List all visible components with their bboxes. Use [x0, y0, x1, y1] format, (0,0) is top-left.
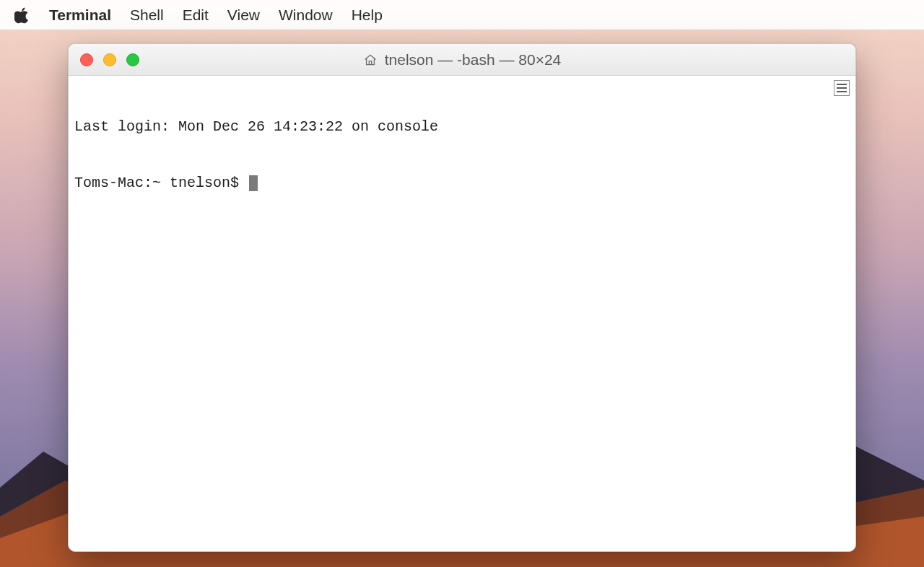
last-login-line: Last login: Mon Dec 26 14:23:22 on conso… [74, 118, 850, 136]
scrollbar-menu-icon[interactable] [834, 80, 850, 96]
text-cursor [249, 175, 258, 191]
close-button[interactable] [80, 53, 93, 66]
zoom-button[interactable] [126, 53, 139, 66]
window-title: tnelson — -bash — 80×24 [385, 51, 562, 69]
shell-prompt: Toms-Mac:~ tnelson$ [74, 174, 248, 193]
window-title-group: tnelson — -bash — 80×24 [69, 51, 855, 69]
traffic-lights [69, 53, 139, 66]
window-titlebar[interactable]: tnelson — -bash — 80×24 [69, 44, 855, 76]
menubar-item-edit[interactable]: Edit [183, 6, 209, 24]
home-icon [363, 53, 378, 67]
menubar-item-shell[interactable]: Shell [130, 6, 164, 24]
terminal-content[interactable]: Last login: Mon Dec 26 14:23:22 on conso… [69, 76, 855, 551]
terminal-window: tnelson — -bash — 80×24 Last login: Mon … [68, 43, 856, 552]
apple-logo-icon[interactable] [14, 6, 30, 24]
menubar-app-name[interactable]: Terminal [49, 6, 111, 24]
macos-menubar: Terminal Shell Edit View Window Help [0, 0, 924, 30]
menubar-item-help[interactable]: Help [352, 6, 383, 24]
menubar-item-view[interactable]: View [227, 6, 260, 24]
menubar-item-window[interactable]: Window [279, 6, 333, 24]
minimize-button[interactable] [103, 53, 116, 66]
